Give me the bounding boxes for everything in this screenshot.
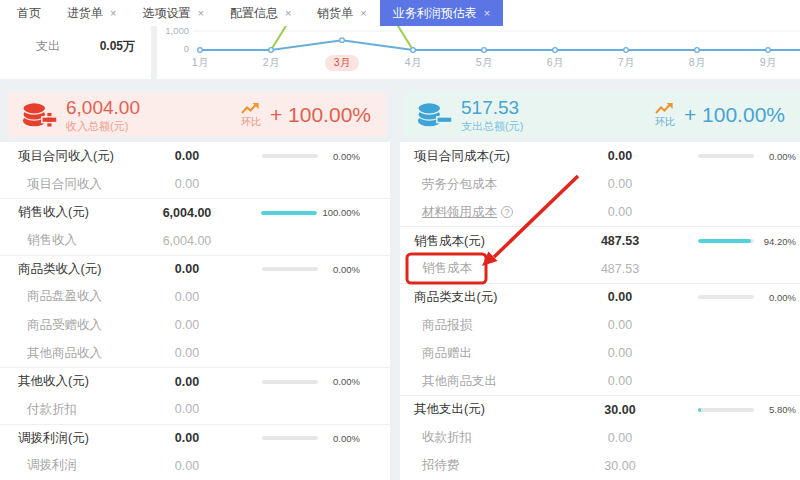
- expense-row-0[interactable]: 项目合同成本(元) 0.00 0.00%: [400, 142, 800, 170]
- expense-row-7[interactable]: 商品赠出 0.00: [400, 339, 800, 367]
- income-row-0[interactable]: 项目合同收入(元) 0.00 0.00%: [0, 142, 390, 170]
- progress-bar: [262, 436, 318, 440]
- percent-meter: 0.00%: [262, 151, 360, 162]
- x-axis-label: 3月: [325, 55, 359, 71]
- percent-meter: 0.00%: [262, 376, 360, 387]
- progress-bar-fill: [698, 408, 701, 412]
- progress-bar-fill: [698, 239, 751, 243]
- progress-bar: [698, 239, 754, 243]
- close-icon[interactable]: ×: [484, 8, 490, 19]
- x-axis-label: 2月: [254, 56, 288, 70]
- summary-value: 0.05万: [100, 38, 135, 55]
- progress-bar: [262, 154, 318, 158]
- income-total-card: 6,004.00 收入总额(元) 环比 + 100.00%: [8, 92, 386, 137]
- expense-row-5[interactable]: 商品类支出(元) 0.00 0.00%: [400, 283, 800, 311]
- expense-row-8[interactable]: 其他商品支出 0.00: [400, 367, 800, 395]
- percent-meter: 0.00%: [262, 264, 360, 275]
- percent-meter: 94.20%: [698, 236, 796, 247]
- expense-title: 支出总额(元): [461, 120, 523, 133]
- expense-total-card: 517.53 支出总额(元) 环比 + 100.00%: [403, 92, 800, 137]
- expense-ratio: 环比 + 100.00%: [655, 102, 800, 127]
- trend-arrow-icon: 环比: [241, 102, 261, 127]
- progress-bar: [698, 295, 754, 299]
- coins-minus-icon: [416, 99, 452, 131]
- x-axis-label: 1月: [183, 56, 217, 70]
- expense-total: 517.53 支出总额(元): [461, 97, 523, 132]
- trend-arrow-icon: 环比: [655, 102, 675, 127]
- tab-5[interactable]: 业务利润预估表 ×: [380, 0, 503, 26]
- summary-label: 支出: [36, 38, 60, 55]
- income-row-10[interactable]: 调拨利润(元) 0.00 0.00%: [0, 424, 390, 452]
- close-icon[interactable]: ×: [110, 8, 116, 19]
- tab-0[interactable]: 首页: [4, 0, 54, 26]
- percent-meter: 0.00%: [262, 433, 360, 444]
- percent-meter: 100.00%: [261, 207, 360, 218]
- income-detail-panel: 项目合同收入(元) 0.00 0.00% 项目合同收入 0.00 销售收入(元)…: [0, 142, 390, 480]
- expense-row-10[interactable]: 收款折扣 0.00: [400, 424, 800, 452]
- expense-row-11[interactable]: 招待费 30.00: [400, 452, 800, 480]
- income-title: 收入总额(元): [66, 120, 140, 133]
- tab-1[interactable]: 进货单 ×: [54, 0, 129, 26]
- expense-row-3[interactable]: 销售成本(元) 487.53 94.20%: [400, 226, 800, 254]
- income-total: 6,004.00 收入总额(元): [66, 97, 140, 132]
- expense-ratio-value: + 100.00%: [684, 103, 785, 127]
- x-axis-label: 9月: [751, 56, 785, 70]
- progress-bar-fill: [261, 211, 317, 215]
- ratio-label: 环比: [241, 117, 261, 127]
- income-amount: 6,004.00: [66, 97, 140, 119]
- x-axis-label: 7月: [609, 56, 643, 70]
- percent-meter: 0.00%: [698, 151, 796, 162]
- progress-bar: [698, 154, 754, 158]
- expense-row-1[interactable]: 劳务分包成本 0.00: [400, 170, 800, 198]
- x-axis-label: 4月: [396, 56, 430, 70]
- tab-3[interactable]: 配置信息 ×: [217, 0, 304, 26]
- x-axis-label: 6月: [538, 56, 572, 70]
- income-row-11[interactable]: 调拨利润 0.00: [0, 452, 390, 480]
- income-row-7[interactable]: 其他商品收入 0.00: [0, 339, 390, 367]
- expense-detail-panel: 项目合同成本(元) 0.00 0.00% 劳务分包成本 0.00 材料领用成本 …: [400, 142, 800, 480]
- expense-row-9[interactable]: 其他支出(元) 30.00 5.80%: [400, 395, 800, 423]
- line-chart-canvas: [157, 26, 800, 79]
- help-icon[interactable]: ?: [501, 206, 513, 218]
- income-ratio-value: + 100.00%: [270, 103, 371, 127]
- income-row-1[interactable]: 项目合同收入 0.00: [0, 170, 390, 198]
- expense-row-2[interactable]: 材料领用成本 ? 0.00: [400, 198, 800, 226]
- income-row-6[interactable]: 商品受赠收入 0.00: [0, 311, 390, 339]
- income-row-9[interactable]: 付款折扣 0.00: [0, 395, 390, 423]
- progress-bar: [261, 211, 317, 215]
- close-icon[interactable]: ×: [197, 8, 203, 19]
- expense-row-6[interactable]: 商品报损 0.00: [400, 311, 800, 339]
- progress-bar: [262, 267, 318, 271]
- income-row-2[interactable]: 销售收入(元) 6,004.00 100.00%: [0, 198, 390, 226]
- coins-plus-icon: [21, 99, 57, 131]
- x-axis-label: 8月: [680, 56, 714, 70]
- percent-meter: 0.00%: [698, 292, 796, 303]
- business-profit-forecast-page: 首页 进货单 × 选项设置 × 配置信息 × 销货单 × 业务利润预估表 × 支…: [0, 0, 800, 480]
- income-ratio: 环比 + 100.00%: [241, 102, 386, 127]
- profit-trend-chart[interactable]: 1,000 0 1月2月3月4月5月6月7月8月9月: [157, 26, 800, 79]
- progress-bar: [698, 408, 754, 412]
- income-row-5[interactable]: 商品盘盈收入 0.00: [0, 283, 390, 311]
- expense-amount: 517.53: [461, 97, 523, 119]
- expense-row-4[interactable]: 销售成本 487.53: [400, 255, 800, 283]
- income-row-4[interactable]: 商品类收入(元) 0.00 0.00%: [0, 255, 390, 283]
- summary-panel: 支出 0.05万: [0, 26, 151, 79]
- progress-bar: [262, 380, 318, 384]
- ratio-label: 环比: [655, 117, 675, 127]
- x-axis-label: 5月: [467, 56, 501, 70]
- close-icon[interactable]: ×: [285, 8, 291, 19]
- income-row-8[interactable]: 其他收入(元) 0.00 0.00%: [0, 367, 390, 395]
- summary-row: 支出 0.05万: [0, 38, 151, 55]
- tab-4[interactable]: 销货单 ×: [304, 0, 379, 26]
- tab-bar: 首页 进货单 × 选项设置 × 配置信息 × 销货单 × 业务利润预估表 ×: [0, 0, 800, 26]
- percent-meter: 5.80%: [698, 404, 796, 415]
- top-section: 支出 0.05万 1,000 0 1月2月3月4月5月6月7月8月9月: [0, 26, 800, 79]
- close-icon[interactable]: ×: [360, 8, 366, 19]
- tab-2[interactable]: 选项设置 ×: [129, 0, 216, 26]
- income-row-3[interactable]: 销售收入 6,004.00: [0, 226, 390, 254]
